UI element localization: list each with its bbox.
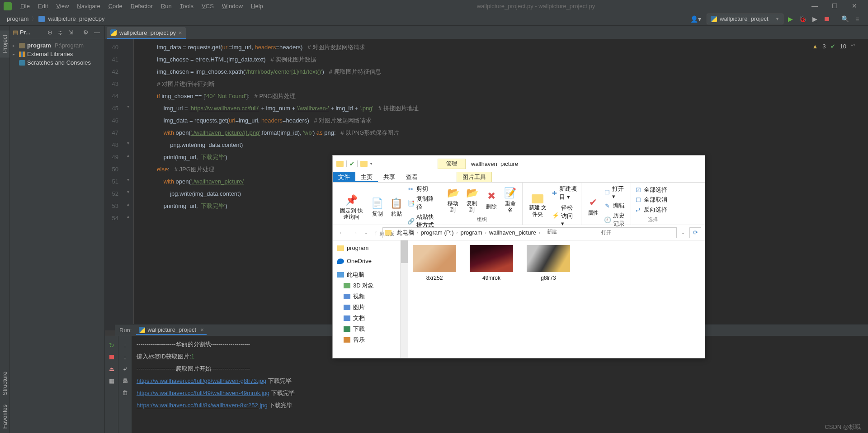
menu-view[interactable]: View bbox=[52, 3, 73, 9]
rerun-button[interactable]: ↻ bbox=[106, 340, 117, 351]
fold-gutter[interactable]: ▾▾▴▾▾▴▴ bbox=[123, 39, 134, 330]
refresh-button[interactable]: ⟳ bbox=[689, 227, 701, 238]
menu-vcs[interactable]: VCS bbox=[198, 3, 218, 9]
file-tab[interactable]: 文件 bbox=[333, 172, 355, 182]
scratches[interactable]: Scratches and Consoles bbox=[11, 58, 104, 67]
chevron-up-down-icon[interactable]: ˄˅ bbox=[851, 44, 855, 49]
project-tool-tab[interactable]: Project bbox=[0, 30, 9, 57]
menu-window[interactable]: Window bbox=[218, 3, 247, 9]
run-tab[interactable]: wallpicture_project × bbox=[136, 325, 206, 335]
down-button[interactable]: ↓ bbox=[120, 352, 131, 362]
up-button[interactable]: ↑ bbox=[120, 340, 131, 351]
copy-button[interactable]: 📄复制 bbox=[369, 196, 386, 218]
close-icon[interactable]: × bbox=[200, 326, 204, 333]
properties-button[interactable]: ✔属性 bbox=[585, 195, 601, 217]
moveto-button[interactable]: 📂移动到 bbox=[445, 186, 461, 214]
run-button[interactable]: ▶ bbox=[785, 14, 796, 24]
pin-button[interactable]: 📌固定到 快速访问 bbox=[336, 193, 367, 221]
nav-item[interactable]: 文档 bbox=[333, 313, 400, 324]
selectall-button[interactable]: ☑全部选择 bbox=[635, 185, 667, 194]
target-icon[interactable]: ⊕ bbox=[46, 29, 54, 36]
view-tab[interactable]: 查看 bbox=[401, 172, 423, 182]
menu-run[interactable]: Run bbox=[157, 3, 176, 9]
quick-access-toolbar[interactable]: ✔ ▾ bbox=[333, 160, 379, 167]
menu-tools[interactable]: Tools bbox=[176, 3, 198, 9]
chevron-right-icon[interactable]: ▸ bbox=[13, 52, 17, 56]
external-libraries[interactable]: ▸ External Libraries bbox=[11, 50, 104, 58]
path-segment[interactable]: program bbox=[458, 229, 484, 236]
share-tab[interactable]: 共享 bbox=[378, 172, 401, 182]
nav-item[interactable]: 视频 bbox=[333, 291, 400, 302]
path-segment[interactable]: wallhaven_picture bbox=[487, 229, 538, 236]
addr-dropdown[interactable]: ⌄ bbox=[679, 230, 687, 235]
edit-button[interactable]: ✎编辑 bbox=[604, 201, 627, 210]
run-config-selector[interactable]: wallpicture_project ▼ bbox=[707, 14, 783, 24]
chevron-right-icon[interactable]: ▸ bbox=[13, 43, 17, 48]
invertsel-button[interactable]: ⇄反向选择 bbox=[635, 205, 667, 214]
rename-button[interactable]: 📝重命名 bbox=[502, 186, 519, 214]
stop-button[interactable] bbox=[821, 14, 832, 24]
coverage-button[interactable]: ▶̤ bbox=[809, 14, 820, 24]
selectnone-button[interactable]: ☐全部取消 bbox=[635, 195, 667, 204]
nav-item[interactable]: 此电脑 bbox=[333, 269, 400, 280]
structure-tool-tab[interactable]: Structure bbox=[0, 367, 9, 400]
menu-code[interactable]: Code bbox=[104, 3, 127, 9]
copypath-button[interactable]: 📑复制路径 bbox=[407, 194, 437, 212]
file-item[interactable]: 49mrok bbox=[470, 245, 513, 281]
stop-run-button[interactable] bbox=[106, 352, 117, 362]
print-button[interactable]: 🖶 bbox=[120, 375, 131, 386]
home-tab[interactable]: 主页 bbox=[355, 172, 378, 182]
open-button[interactable]: ☐打开 ▾ bbox=[604, 184, 627, 200]
file-list[interactable]: 8xr25249mrokg8lr73 bbox=[408, 240, 705, 358]
nav-scrollbar[interactable] bbox=[401, 240, 408, 358]
exit-button[interactable]: ⏏ bbox=[106, 363, 117, 374]
file-item[interactable]: g8lr73 bbox=[527, 245, 570, 281]
menu-help[interactable]: Help bbox=[247, 3, 267, 9]
menu-navigate[interactable]: Navigate bbox=[73, 3, 104, 9]
breadcrumb-file[interactable]: wallpicture_project.py bbox=[47, 15, 106, 22]
maximize-button[interactable]: ☐ bbox=[825, 0, 844, 12]
collapse-icon[interactable]: ≑ bbox=[56, 29, 65, 36]
nav-item[interactable]: 3D 对象 bbox=[333, 280, 400, 291]
debug-button[interactable]: 🐞 bbox=[797, 14, 808, 24]
cut-button[interactable]: ✂剪切 bbox=[407, 184, 437, 193]
nav-item[interactable]: 图片 bbox=[333, 302, 400, 313]
gear-icon[interactable]: ⚙ bbox=[81, 29, 90, 36]
easyaccess-button[interactable]: ⚡轻松访问 ▾ bbox=[552, 203, 577, 227]
back-button[interactable]: ← bbox=[336, 229, 347, 236]
menu-edit[interactable]: Edit bbox=[34, 3, 52, 9]
nav-item[interactable]: 音乐 bbox=[333, 334, 400, 345]
delete-button[interactable]: ✖删除 bbox=[483, 189, 500, 211]
address-bar[interactable]: ›此电脑›program (P:)›program›wallhaven_pict… bbox=[382, 227, 677, 238]
forward-button[interactable]: → bbox=[349, 229, 360, 236]
clear-button[interactable]: 🗑 bbox=[120, 387, 131, 398]
layout-button[interactable]: ▦ bbox=[106, 375, 117, 386]
favorites-tool-tab[interactable]: Favorites bbox=[0, 400, 9, 433]
newfolder-button[interactable]: 新建 文件夹 bbox=[526, 193, 549, 218]
nav-pane[interactable]: program OneDrive 此电脑 3D 对象 视频 图片 文档 下载 音… bbox=[333, 240, 401, 358]
copyto-button[interactable]: 📂复制到 bbox=[464, 186, 480, 214]
up-button[interactable]: ↑ bbox=[373, 229, 380, 236]
hide-icon[interactable]: — bbox=[92, 29, 102, 36]
editor-tab[interactable]: wallpicture_project.py × bbox=[107, 27, 186, 39]
close-button[interactable]: ✕ bbox=[844, 0, 864, 12]
picture-tools-tab[interactable]: 图片工具 bbox=[457, 172, 492, 182]
inspection-widget[interactable]: ▲3 ✔10 ˄˅ bbox=[812, 43, 855, 50]
user-icon[interactable]: 👤▾ bbox=[690, 14, 701, 24]
expand-icon[interactable]: ⇲ bbox=[66, 29, 75, 36]
settings-button[interactable]: ≡ bbox=[852, 14, 863, 24]
soft-wrap-button[interactable]: ⤶ bbox=[120, 363, 131, 374]
menu-file[interactable]: File bbox=[16, 3, 34, 9]
nav-item[interactable]: OneDrive bbox=[333, 256, 400, 266]
nav-item[interactable]: 下载 bbox=[333, 324, 400, 334]
search-button[interactable]: 🔍 bbox=[840, 14, 850, 24]
nav-item[interactable]: program bbox=[333, 243, 400, 253]
path-segment[interactable]: program (P:) bbox=[419, 229, 456, 236]
recent-dropdown[interactable]: ⌄ bbox=[363, 230, 370, 235]
close-tab-icon[interactable]: × bbox=[179, 29, 182, 36]
file-item[interactable]: 8xr252 bbox=[413, 245, 456, 281]
tree-root[interactable]: ▸ program P:\program bbox=[11, 41, 104, 50]
history-button[interactable]: 🕘历史记录 bbox=[604, 211, 627, 228]
path-segment[interactable]: 此电脑 bbox=[395, 229, 416, 237]
menu-refactor[interactable]: Refactor bbox=[127, 3, 157, 9]
